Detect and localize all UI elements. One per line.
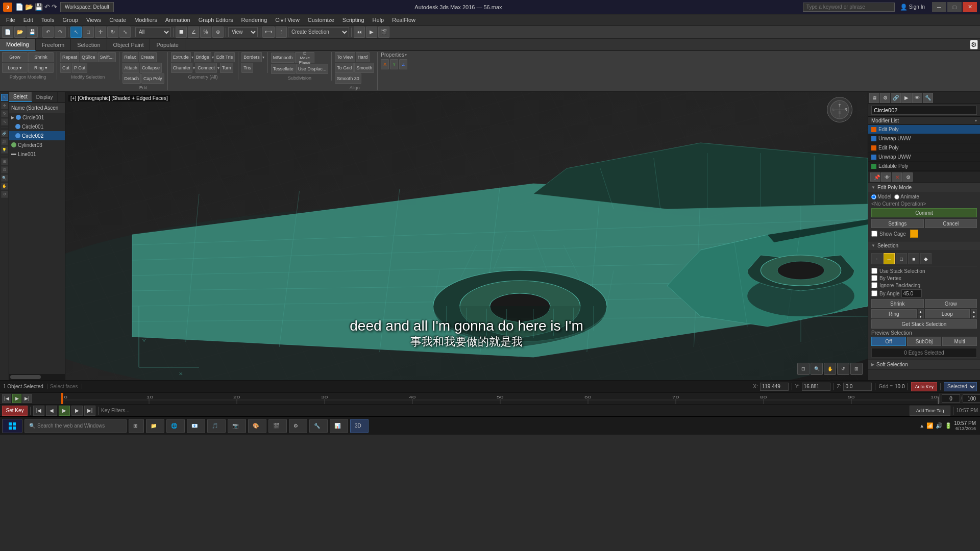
modifier-editable-poly[interactable]: Editable Poly [868, 162, 980, 171]
start-button[interactable] [2, 419, 22, 433]
spinner-snap-toggle[interactable]: ⊛ [212, 27, 224, 38]
close-button[interactable]: ✕ [963, 2, 977, 12]
relax-button[interactable]: Relax [122, 52, 138, 62]
borders-arrow[interactable]: ▾ [262, 55, 264, 60]
bridge-arrow[interactable]: ▾ [212, 55, 214, 60]
modifier-unwrap-2[interactable]: Unwrap UWW [868, 153, 980, 162]
taskbar-app-1[interactable]: 📧 [187, 419, 205, 433]
move-tool-btn[interactable]: ✛ [1, 102, 8, 109]
taskbar-app-5[interactable]: 🎬 [268, 419, 287, 433]
swift-loop-button[interactable]: Swift... [98, 52, 116, 62]
pan-vp-button[interactable]: ✋ [824, 363, 836, 375]
anim-prev-key-btn[interactable]: |◀ [33, 406, 44, 416]
arc-rotate-vp-button[interactable]: ↺ [837, 363, 849, 375]
loop-spin-up[interactable]: ▲ [971, 310, 976, 315]
outliner-scrollbar-h[interactable] [9, 374, 65, 380]
use-stack-checkbox[interactable] [871, 268, 877, 274]
msmooth-button[interactable]: MSmooth [271, 53, 295, 63]
filter-select[interactable]: All Geometry Shapes [135, 27, 171, 37]
menu-group[interactable]: Group [58, 14, 82, 26]
rp-tab-utilities[interactable]: 🔧 [923, 93, 933, 103]
outliner-item-1[interactable]: Circle001 [9, 122, 65, 131]
prev-key-button[interactable]: |◀ [2, 394, 11, 403]
ring-spin[interactable]: ▲ ▼ [918, 309, 924, 318]
modifier-edit-poly-2[interactable]: Edit Poly [868, 143, 980, 153]
align-button[interactable]: ⋮ [276, 27, 287, 38]
set-key-button[interactable]: Set Key [2, 406, 28, 416]
y-axis-button[interactable]: Y [390, 59, 398, 69]
sel-loop-button[interactable]: Loop [925, 309, 970, 318]
anim-next-key-btn[interactable]: ▶| [84, 406, 95, 416]
outliner-item-2[interactable]: Circle002 [9, 131, 65, 140]
link-tool-btn[interactable]: 🔗 [1, 130, 8, 137]
loop-button[interactable]: Loop ▾ [2, 63, 28, 73]
modifier-edit-poly-1[interactable]: Edit Poly [868, 125, 980, 134]
preview-multi-button[interactable]: Multi [942, 337, 977, 346]
pan-btn[interactable]: ✋ [1, 183, 8, 190]
rp-tab-display[interactable]: 🖥 [869, 93, 879, 103]
collapse-button[interactable]: Collapse [140, 63, 162, 73]
loop-spin-down[interactable]: ▼ [971, 315, 976, 319]
menu-tools[interactable]: Tools [37, 14, 59, 26]
scale-tool-btn[interactable]: ⤡ [1, 118, 8, 126]
end-frame-input[interactable] [963, 394, 980, 403]
epm-commit-button[interactable]: Commit [871, 208, 977, 217]
epm-cancel-button[interactable]: Cancel [925, 219, 977, 228]
sel-edge-btn[interactable]: — [884, 253, 895, 264]
outliner-select-tab[interactable]: Select [9, 92, 32, 102]
move-button[interactable]: ✛ [95, 27, 106, 38]
x-input[interactable] [760, 383, 789, 391]
make-planar-button[interactable]: ⊡ Make Planar [295, 52, 314, 63]
to-view-button[interactable]: To View [335, 52, 355, 62]
loop-spin[interactable]: ▲ ▼ [971, 309, 977, 318]
by-vertex-checkbox[interactable] [871, 275, 877, 281]
task-view-button[interactable]: ⊞ [129, 419, 144, 433]
cap-poly-button[interactable]: Cap Poly [141, 73, 164, 84]
menu-scripting[interactable]: Scripting [338, 14, 369, 26]
render-button[interactable]: 🎬 [378, 27, 389, 38]
minimize-button[interactable]: ─ [932, 2, 946, 12]
show-hidden-icons[interactable]: ▲ [919, 423, 924, 429]
epm-model-radio[interactable] [871, 194, 876, 199]
extrude-button[interactable]: Extrude [171, 52, 191, 62]
ignore-backfacing-checkbox[interactable] [871, 282, 877, 288]
z-axis-button[interactable]: Z [399, 59, 407, 69]
outliner-item-4[interactable]: Line001 [9, 149, 65, 159]
epm-settings-button[interactable]: Settings [871, 219, 924, 228]
rp-tab-motion[interactable]: ▶ [901, 93, 912, 103]
qslice-button[interactable]: QSlice [80, 52, 97, 62]
scale-button[interactable]: ⤡ [119, 27, 131, 38]
frame-input[interactable] [942, 394, 960, 403]
attach-button[interactable]: Attach [122, 63, 140, 73]
menu-animation[interactable]: Animation [161, 14, 194, 26]
to-grid-button[interactable]: To Grid [335, 63, 354, 73]
outliner-item-3[interactable]: Cylinder03 [9, 140, 65, 149]
chamfer-button[interactable]: Chamfer [171, 63, 193, 73]
ring-spin-down[interactable]: ▼ [918, 315, 923, 319]
menu-file[interactable]: File [2, 14, 19, 26]
detach-button[interactable]: Detach [122, 73, 141, 84]
selection-header[interactable]: ▼ Selection [868, 241, 980, 250]
preview-off-button[interactable]: Off [871, 337, 906, 346]
view-select[interactable]: View World Screen [228, 27, 258, 37]
edit-tris-button[interactable]: Edit Tris [214, 52, 235, 62]
light-tool-btn[interactable]: 💡 [1, 146, 8, 154]
add-time-tag-button[interactable]: Add Time Tag [910, 406, 950, 416]
rotate-tool-btn[interactable]: ↻ [1, 110, 8, 117]
tab-populate[interactable]: Populate [150, 39, 185, 51]
menu-customize[interactable]: Customize [304, 14, 338, 26]
menu-rendering[interactable]: Rendering [237, 14, 272, 26]
menu-civil-view[interactable]: Civil View [271, 14, 303, 26]
smooth-30-button[interactable]: Smooth 30 [335, 73, 361, 84]
pin-stack-button[interactable]: 📌 [870, 172, 880, 182]
angle-snap-toggle[interactable]: ∠ [188, 27, 199, 38]
redo-button[interactable]: ↷ [55, 27, 66, 38]
save-button[interactable]: 💾 [35, 3, 43, 11]
p-cut-button[interactable]: P Cut [72, 63, 87, 73]
viewport-layout-btn[interactable]: ⊞ [1, 158, 8, 165]
tris-button[interactable]: Tris [241, 63, 253, 73]
undo-title-button[interactable]: ↶ [44, 3, 50, 11]
z-input[interactable] [843, 383, 872, 391]
sel-shrink-button[interactable]: Shrink [871, 299, 924, 308]
use-displace-button[interactable]: Use Displac... [296, 64, 329, 74]
